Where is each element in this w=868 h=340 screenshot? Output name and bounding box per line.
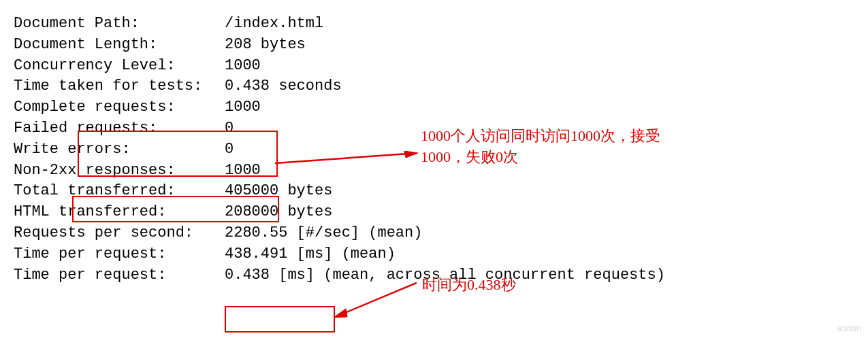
row-time-taken: Time taken for tests: 0.438 seconds <box>14 76 854 97</box>
value: 0 <box>225 118 234 139</box>
label: HTML transferred: <box>14 202 225 223</box>
label: Write errors: <box>14 139 225 160</box>
label: Time per request: <box>14 265 225 286</box>
svg-marker-3 <box>334 309 347 318</box>
label: Requests per second: <box>14 223 225 244</box>
value: /index.html <box>225 14 323 35</box>
row-total-transferred: Total transferred: 405000 bytes <box>14 181 854 202</box>
value: 2280.55 [#/sec] (mean) <box>225 223 422 244</box>
row-html-transferred: HTML transferred: 208000 bytes <box>14 202 854 223</box>
value: 208000 bytes <box>225 202 332 223</box>
value: 0.438 seconds <box>225 76 342 97</box>
row-document-path: Document Path: /index.html <box>14 14 854 35</box>
row-concurrency-level: Concurrency Level: 1000 <box>14 56 854 77</box>
row-time-per-request-1: Time per request: 438.491 [ms] (mean) <box>14 244 854 265</box>
svg-line-0 <box>275 154 408 163</box>
row-complete-requests: Complete requests: 1000 <box>14 97 854 118</box>
value: 438.491 [ms] (mean) <box>225 244 396 265</box>
label: Failed requests: <box>14 118 225 139</box>
label: Total transferred: <box>14 181 225 202</box>
label: Time per request: <box>14 244 225 265</box>
arrow-icon <box>334 280 417 320</box>
label: Non-2xx responses: <box>14 160 225 182</box>
value: 1000 <box>225 97 261 118</box>
row-document-length: Document Length: 208 bytes <box>14 35 854 56</box>
label: Time taken for tests: <box>14 76 225 97</box>
label: Document Path: <box>14 14 225 35</box>
annotation-time: 时间为0.438秒 <box>422 275 516 296</box>
svg-line-2 <box>342 283 417 314</box>
row-requests-per-second: Requests per second: 2280.55 [#/sec] (me… <box>14 223 854 244</box>
arrow-icon <box>275 151 418 165</box>
highlight-box-time-per-request <box>225 306 335 333</box>
value: 1000 <box>225 160 261 182</box>
value: 405000 bytes <box>225 181 332 202</box>
label: Document Length: <box>14 35 225 56</box>
value: 0 <box>225 139 234 160</box>
annotation-requests: 1000个人访问同时访问1000次，接受1000，失败0次 <box>421 126 693 168</box>
value: 1000 <box>225 56 261 77</box>
label: Concurrency Level: <box>14 56 225 77</box>
svg-marker-1 <box>404 151 418 158</box>
value: 208 bytes <box>225 35 306 56</box>
label: Complete requests: <box>14 97 225 118</box>
watermark: aonian <box>837 323 861 335</box>
